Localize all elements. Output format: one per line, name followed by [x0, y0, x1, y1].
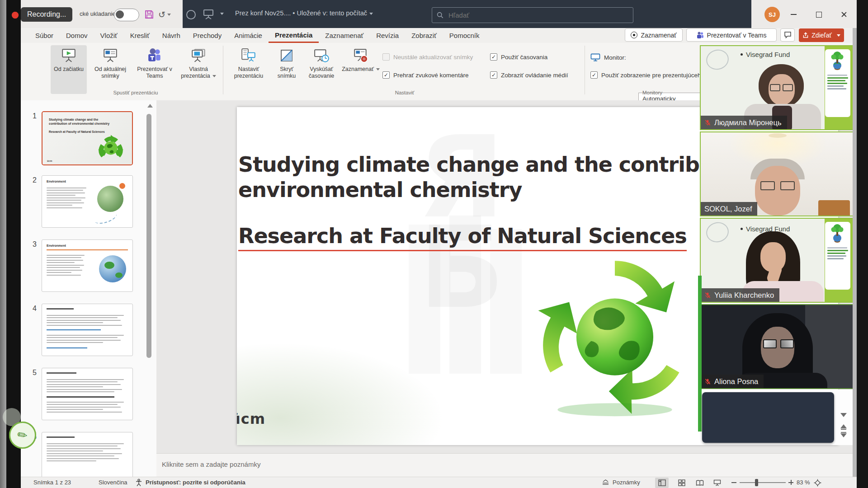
- chevron-down-icon: [167, 14, 171, 16]
- zoom-slider-track[interactable]: [740, 482, 786, 483]
- meeting-green-edge: [698, 276, 702, 432]
- background-furniture: [818, 200, 850, 216]
- scroll-down-icon[interactable]: [840, 413, 847, 417]
- custom-show-button[interactable]: Vlastná prezentácia: [177, 45, 220, 94]
- accessibility-status[interactable]: Prístupnosť: pozrite si odporúčania: [146, 479, 245, 486]
- minimize-button[interactable]: [783, 5, 803, 23]
- hide-slide-button[interactable]: Skryť snímku: [272, 45, 301, 94]
- thumbnail-slide-4[interactable]: [42, 304, 133, 356]
- zoom-in-button[interactable]: [788, 480, 793, 485]
- toggle-knob: [116, 10, 124, 19]
- group-label-start: Spustiť prezentáciu: [51, 90, 221, 95]
- status-bar: Snímka 1 z 23 Slovenčina Prístupnosť: po…: [21, 477, 857, 488]
- reading-view-button[interactable]: [693, 478, 707, 488]
- text-line: [47, 207, 82, 208]
- poster-text-line: [827, 83, 847, 84]
- thumb-heading: Environment: [47, 244, 66, 247]
- tab-navrh[interactable]: Návrh: [156, 28, 187, 43]
- tab-animacie[interactable]: Animácie: [228, 28, 269, 43]
- participant-tile-4[interactable]: Aliona Posna: [700, 304, 854, 389]
- zoom-slider-handle[interactable]: [755, 479, 758, 486]
- thumbnail-slide-6[interactable]: [42, 432, 133, 477]
- search-box[interactable]: [432, 7, 633, 23]
- thumb-scroll-up-icon[interactable]: [147, 104, 153, 108]
- previous-slide-button[interactable]: [834, 424, 853, 430]
- present-in-teams-button[interactable]: Prezentovať v Teams: [686, 28, 777, 42]
- teams-icon: [146, 48, 163, 63]
- notes-placeholder[interactable]: Kliknite sem a zadajte poznámky: [162, 460, 260, 468]
- close-button[interactable]: [834, 5, 854, 23]
- thumb-scrollbar[interactable]: [146, 114, 151, 358]
- tab-pomocnik[interactable]: Pomocník: [443, 28, 486, 43]
- from-beginning-button[interactable]: Od začiatku: [51, 45, 87, 94]
- thumbnail-slide-5[interactable]: [42, 368, 133, 420]
- thumb-continent: [104, 262, 114, 269]
- tab-vlozit[interactable]: Vložiť: [94, 28, 124, 43]
- tab-prezentacia[interactable]: Prezentácia: [269, 28, 319, 43]
- record-slideshow-button[interactable]: Zaznamenať: [342, 45, 380, 94]
- slide-area-scrollbar[interactable]: [834, 389, 853, 445]
- undo-icon[interactable]: ↻: [159, 9, 170, 20]
- tab-zaznamenat[interactable]: Zaznamenať: [319, 28, 370, 43]
- monitor-label-row: Monitor:: [590, 53, 626, 61]
- share-button[interactable]: Zdieľať: [799, 28, 844, 42]
- slide-subtitle[interactable]: Research at Faculty of Natural Sciences: [238, 224, 687, 248]
- checkbox-show-media-controls[interactable]: Zobraziť ovládanie médií: [490, 71, 568, 79]
- present-in-teams-ribbon-button[interactable]: Prezentovať v Teams: [134, 45, 175, 94]
- text-line: [47, 255, 85, 256]
- notes-panel[interactable]: Kliknite sem a zadajte poznámky: [156, 453, 853, 477]
- record-button[interactable]: Zaznamenať: [625, 28, 683, 42]
- meeting-topbar-overlay: Prez konf Nov25.... • Uložené v: tento p…: [183, 0, 751, 28]
- next-slide-button[interactable]: [834, 432, 853, 437]
- slideshow-view-button[interactable]: [710, 478, 724, 488]
- maximize-button[interactable]: [809, 5, 829, 23]
- chevron-down-icon[interactable]: [220, 13, 224, 15]
- fit-to-window-icon[interactable]: [814, 479, 821, 487]
- slide-title-line2[interactable]: environmental chemistry: [238, 178, 522, 202]
- autosave-toggle[interactable]: [114, 9, 139, 21]
- normal-view-button[interactable]: [655, 478, 669, 488]
- tab-zobrazit[interactable]: Zobraziť: [405, 28, 443, 43]
- zoom-out-button[interactable]: [731, 480, 736, 485]
- from-current-slide-button[interactable]: Od aktuálnej snímky: [89, 45, 132, 94]
- notes-toggle-button[interactable]: Poznámky: [602, 479, 640, 486]
- participant-tile-3[interactable]: Visegrad Fund: [700, 218, 854, 303]
- thumbnail-slide-2[interactable]: Environment: [42, 175, 133, 228]
- thumb-continent: [115, 272, 123, 278]
- checkbox-use-presenter-view[interactable]: Použiť zobrazenie pre prezentujúceho: [590, 71, 704, 79]
- avatar[interactable]: SJ: [764, 7, 780, 22]
- autosave-label: cké ukladanie: [80, 10, 116, 17]
- text-line: [47, 381, 118, 382]
- tab-subor[interactable]: Súbor: [29, 28, 60, 43]
- screen-edge-right: [857, 0, 868, 488]
- text-line: [47, 337, 118, 338]
- zoom-percentage[interactable]: 83 %: [797, 479, 810, 486]
- slide-sorter-view-button[interactable]: [675, 478, 689, 488]
- poster-text-line: [827, 258, 844, 259]
- checkbox-keep-slides-updated[interactable]: Neustále aktualizovať snímky: [382, 53, 473, 61]
- participant-tile-2[interactable]: SOKOL, Jozef: [700, 131, 854, 216]
- tab-domov[interactable]: Domov: [60, 28, 94, 43]
- participant-tile-1[interactable]: Visegrad Fund: [700, 45, 854, 130]
- annotation-pencil-tool[interactable]: [9, 422, 36, 449]
- thumbnail-slide-3[interactable]: Environment: [42, 239, 133, 292]
- thumbnail-slide-1[interactable]: Studying climate change and the contribu…: [42, 111, 133, 165]
- poster-text-line: [827, 88, 846, 89]
- slide-counter[interactable]: Snímka 1 z 23: [33, 479, 71, 486]
- tab-kreslit[interactable]: Kresliť: [124, 28, 156, 43]
- comments-button[interactable]: [780, 28, 795, 42]
- thumb-text-lines: [47, 400, 127, 414]
- tree-earth-icon: [826, 223, 848, 244]
- tab-prechody[interactable]: Prechody: [187, 28, 228, 43]
- record-ring-icon[interactable]: [186, 10, 196, 19]
- language-indicator[interactable]: Slovenčina: [99, 479, 127, 486]
- rehearse-timings-button[interactable]: Vyskúšať časovanie: [303, 45, 340, 94]
- presenter-easel-icon[interactable]: [203, 8, 214, 20]
- checkbox-play-narrations[interactable]: Prehrať zvukové komentáre: [382, 71, 468, 79]
- save-icon[interactable]: [144, 9, 155, 20]
- search-input[interactable]: [448, 11, 599, 19]
- tab-revizia[interactable]: Revízia: [370, 28, 405, 43]
- setup-slideshow-button[interactable]: Nastaviť prezentáciu: [227, 45, 270, 94]
- document-title[interactable]: Prez konf Nov25.... • Uložené v: tento p…: [235, 9, 373, 17]
- checkbox-use-timings[interactable]: Použiť časovania: [490, 53, 547, 61]
